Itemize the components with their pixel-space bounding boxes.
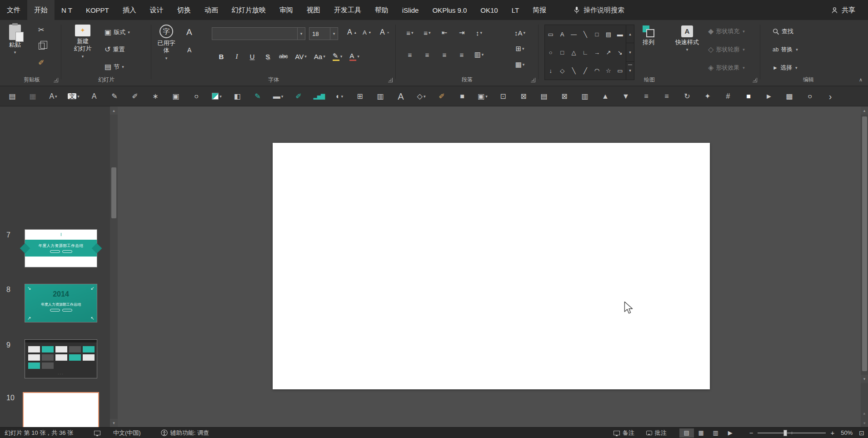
white-fill-icon[interactable]: ■ [741, 90, 756, 103]
underline-button[interactable]: U [246, 50, 258, 63]
menu-tab-developer[interactable]: 开发工具 [327, 0, 368, 20]
menu-tab-nt[interactable]: N T [55, 0, 79, 20]
text-tool-icon[interactable]: A [393, 90, 409, 103]
numbered-list-button[interactable]: ≡ [421, 26, 434, 39]
merge-shapes-icon[interactable]: ◐ [332, 90, 347, 103]
menu-tab-ok10[interactable]: OK10 [474, 0, 504, 20]
drawing-dialog-launcher[interactable] [753, 78, 757, 82]
language-indicator[interactable]: 中文(中国) [113, 429, 141, 437]
menu-tab-insert[interactable]: 插入 [116, 0, 143, 20]
comment-box-icon[interactable]: ▤ [536, 90, 552, 103]
reset-button[interactable]: ↺ 重置 [105, 45, 125, 54]
font-color-button[interactable]: A [348, 50, 361, 63]
menu-tab-design[interactable]: 设计 [143, 0, 170, 20]
italic-button[interactable]: I [231, 50, 243, 63]
align-text-button[interactable]: ⊞ [514, 42, 526, 55]
column-layout-icon[interactable]: ▥ [373, 90, 388, 103]
menu-tab-slideshow[interactable]: 幻灯片放映 [225, 0, 273, 20]
font-size-dropdown[interactable] [330, 28, 338, 40]
used-font-button[interactable]: 字 已用字体 ▾ [155, 25, 177, 61]
ink-pen-icon[interactable]: ✎ [250, 90, 265, 103]
character-spacing-button[interactable]: AV [293, 50, 308, 63]
menu-tab-lt[interactable]: LT [505, 0, 526, 20]
color-brush-icon[interactable]: ✐ [434, 90, 449, 103]
zoom-slider-thumb[interactable] [783, 430, 787, 436]
section-button[interactable]: ▤ 节 ▾ [105, 63, 124, 71]
shape-gallery-item[interactable]: ╲ [579, 25, 591, 43]
convert-to-smartart-button[interactable]: ▦ [514, 58, 526, 71]
share-button[interactable]: 共享 [831, 0, 855, 20]
canvas-scrollbar[interactable]: ▴ ▾ « « [861, 106, 868, 427]
find-button[interactable]: 查找 [773, 27, 793, 35]
strikethrough-button[interactable]: abc [277, 50, 289, 63]
slide-thumbnail-9[interactable]: ··· [25, 339, 97, 378]
menu-tab-view[interactable]: 视图 [300, 0, 327, 20]
clear-formatting-button[interactable]: A× [380, 28, 389, 36]
slide-counter[interactable]: 幻灯片 第 10 张，共 36 张 [5, 429, 73, 437]
scroll-down-button[interactable]: ▾ [861, 375, 868, 383]
zoom-percentage[interactable]: 50% [841, 429, 853, 436]
theme-color-swatch-icon[interactable] [209, 90, 224, 103]
arrange-button[interactable]: 排列 [643, 25, 654, 46]
eyedropper-icon[interactable]: ✦ [700, 90, 715, 103]
quick-styles-button[interactable]: A 快速样式 ▾ [670, 25, 704, 53]
new-slide-button[interactable]: ✦ 新建 幻灯片 ▾ [68, 25, 97, 59]
menu-tab-islide[interactable]: iSlide [395, 0, 426, 20]
font-name-dropdown[interactable] [297, 28, 305, 40]
line-spacing-button[interactable]: ↕ [473, 26, 485, 39]
fit-to-window-button[interactable]: ⊡ [859, 429, 864, 437]
menu-tab-file[interactable]: 文件 [0, 0, 27, 20]
scroll-up-button[interactable]: ▴ [110, 106, 118, 115]
menu-tab-koppt[interactable]: KOPPT [79, 0, 116, 20]
shape-gallery-item[interactable]: ▤ [603, 25, 614, 43]
collapse-ribbon-button[interactable]: ∧ [859, 77, 863, 83]
decrease-indent-button[interactable]: ⇤ [438, 26, 451, 39]
highlighter-tool-icon[interactable]: ▬ [270, 90, 286, 103]
comments-button[interactable]: 批注 [646, 429, 667, 437]
shape-fill-button[interactable]: ◆ 形状填充 [708, 27, 745, 35]
brush-tool-icon[interactable]: ✐ [291, 90, 306, 103]
font-style-a-top-button[interactable]: A [186, 27, 192, 37]
shape-gallery-item[interactable]: ▭ [545, 25, 556, 43]
shape-gallery-item[interactable]: ○ [545, 43, 556, 61]
justify-button[interactable]: ≡ [455, 48, 468, 61]
text-direction-button[interactable]: ↕A [514, 26, 526, 39]
scroll-up-button[interactable]: ▴ [861, 106, 868, 115]
shape-effects-button[interactable]: ◈ 形状效果 [708, 64, 745, 72]
font-dialog-launcher[interactable] [388, 78, 393, 82]
slide-thumbnail-7[interactable]: 年度人力资源部工作总结 [25, 229, 97, 267]
insert-textbox-icon[interactable]: A [45, 90, 61, 103]
select-button[interactable]: ► 选择 [773, 64, 797, 72]
picture-fill-icon[interactable]: ▣ [475, 90, 490, 103]
text-highlight-color-button[interactable]: ✎ [331, 50, 344, 63]
shape-gallery-item[interactable]: — [568, 25, 579, 43]
insert-picture-icon[interactable]: ▣ [168, 90, 184, 103]
effect-star-icon[interactable]: ∗ [148, 90, 163, 103]
crop-tool-icon[interactable]: # [720, 90, 736, 103]
wordart-style-icon[interactable]: A [86, 90, 102, 103]
decrease-font-size-button[interactable]: A▾ [363, 29, 371, 36]
font-size-input[interactable] [309, 30, 330, 37]
paste-options-icon[interactable]: ▤ [5, 90, 20, 103]
align-objects-icon[interactable]: ≡ [639, 90, 654, 103]
delete-element-icon[interactable]: ⊠ [557, 90, 572, 103]
next-slide-button[interactable]: « [861, 419, 868, 427]
font-name-input[interactable] [212, 30, 297, 37]
duplicate-slide-icon[interactable]: ▥ [577, 90, 593, 103]
scrollbar-thumb[interactable] [111, 167, 116, 218]
presentation-display-icon[interactable] [94, 431, 100, 435]
placeholder-box-icon[interactable]: ▩ [782, 90, 797, 103]
tell-me-search[interactable]: 操作说明搜索 [574, 0, 624, 20]
slide-editing-area[interactable] [273, 143, 710, 389]
increase-indent-button[interactable]: ⇥ [455, 26, 468, 39]
slide-thumbnail-8[interactable]: ↘ ↙ ↗ ↖ 2014 年度人力资源部工作总结 [25, 284, 97, 322]
shape-gallery-item[interactable]: □ [556, 43, 568, 61]
bullet-list-button[interactable]: ≡ [404, 26, 416, 39]
menu-tab-okplus[interactable]: OKPlus 9.0 [425, 0, 474, 20]
menu-tab-review[interactable]: 审阅 [273, 0, 300, 20]
bring-forward-icon[interactable]: ▲ [598, 90, 613, 103]
shape-gallery-item[interactable]: □ [591, 25, 603, 43]
shape-gallery-item[interactable]: A [556, 25, 568, 43]
shape-gallery-item[interactable]: △ [568, 43, 579, 61]
change-case-button[interactable]: Aa [312, 50, 327, 63]
